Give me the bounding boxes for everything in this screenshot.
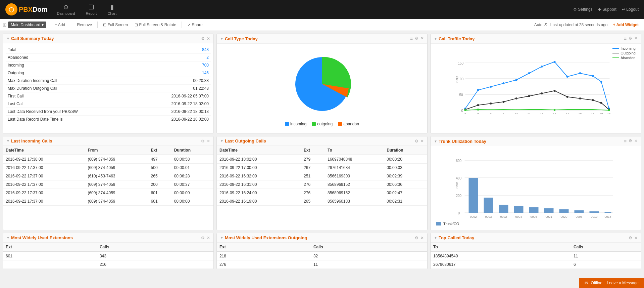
- last-outgoing-close-icon[interactable]: ✕: [420, 139, 424, 143]
- svg-text:9: 9: [503, 113, 504, 114]
- most-used-ext-out-close-icon[interactable]: ✕: [420, 236, 424, 240]
- collapse-arrow: ▼: [6, 37, 10, 40]
- summary-label: Total: [6, 46, 137, 54]
- last-outgoing-settings-icon[interactable]: ⚙: [415, 139, 418, 143]
- top-called-settings-icon[interactable]: ⚙: [629, 236, 632, 240]
- settings-link[interactable]: ⚙ Settings: [573, 7, 593, 12]
- cell-calls: 32: [311, 252, 427, 260]
- col-ext-out: Ext: [301, 146, 325, 155]
- call-traffic-title: Call Traffic Today: [439, 36, 624, 41]
- last-incoming-title: Last Incoming Calls: [11, 138, 201, 143]
- cell-to: 8568969152: [325, 189, 384, 197]
- call-traffic-close-icon[interactable]: ✕: [634, 36, 638, 41]
- svg-point-23: [541, 66, 543, 68]
- cell-duration: 00:00:00: [171, 189, 213, 197]
- toolbar-grid-icon: ⊞: [3, 22, 7, 28]
- svg-point-38: [566, 96, 568, 98]
- summary-label: Outgoing: [6, 69, 137, 77]
- summary-value[interactable]: 146: [137, 69, 211, 77]
- last-incoming-settings-icon[interactable]: ⚙: [201, 139, 205, 143]
- fullscreen-rotate-button[interactable]: ⊡ Full Screen & Rotate: [132, 21, 179, 29]
- svg-text:8: 8: [490, 113, 492, 114]
- incoming-line: [465, 62, 609, 109]
- summary-label: First Call: [6, 92, 137, 100]
- bar-0019: [590, 211, 599, 213]
- nav-chart[interactable]: ▮ Chart: [106, 1, 118, 18]
- call-summary-settings-icon[interactable]: ⚙: [201, 36, 205, 41]
- nav-chart-label: Chart: [107, 11, 116, 15]
- fullscreen-button[interactable]: ⊡ Full Screen: [100, 21, 131, 29]
- top-called-controls: ⚙ ✕: [629, 236, 638, 240]
- svg-point-35: [528, 95, 530, 97]
- remove-button[interactable]: — Remove: [69, 21, 95, 29]
- trunk-settings-icon[interactable]: ⚙: [629, 138, 632, 144]
- cell-calls: 343: [97, 252, 213, 260]
- trunk-close-icon[interactable]: ✕: [634, 138, 638, 144]
- add-widget-button[interactable]: + Add Widget: [610, 21, 641, 29]
- svg-text:200: 200: [456, 194, 462, 198]
- svg-point-41: [600, 102, 602, 104]
- dashboard-selector[interactable]: Main Dashboard ▾: [8, 22, 46, 28]
- legend-abandon-line: [612, 57, 619, 58]
- table-row: First Call2016-09-22 05:07:00: [6, 92, 211, 100]
- trunk-menu-icon[interactable]: ≡: [624, 138, 627, 144]
- top-called-close-icon[interactable]: ✕: [634, 236, 638, 240]
- nav-report[interactable]: ❑ Report: [84, 1, 98, 18]
- nav-dashboard[interactable]: ⊙ Dashboard: [56, 1, 77, 18]
- legend-incoming-text: Incoming: [621, 46, 636, 50]
- cell-duration: 00:02:47: [384, 189, 427, 197]
- call-type-header: ▼ Call Type Today ≡ ⚙ ✕: [217, 34, 427, 44]
- collapse-arrow-3: ▼: [434, 37, 437, 41]
- call-type-menu-icon[interactable]: ≡: [410, 36, 413, 41]
- svg-point-20: [503, 82, 505, 84]
- col-ext-mu: Ext: [3, 243, 97, 252]
- call-traffic-settings-icon[interactable]: ⚙: [629, 36, 632, 41]
- bar-legend-label: Trunk/CO: [443, 222, 459, 226]
- y-label-150: 150: [458, 61, 464, 65]
- last-updated-label: Last updated at 28 seconds ago: [550, 23, 608, 27]
- call-traffic-menu-icon[interactable]: ≡: [624, 36, 627, 41]
- svg-point-34: [515, 97, 517, 99]
- call-type-close-icon[interactable]: ✕: [420, 36, 424, 41]
- logout-link[interactable]: ↩ Logout: [622, 7, 639, 12]
- summary-value[interactable]: 2: [137, 54, 211, 61]
- cell-duration: 00:06:28: [171, 172, 213, 180]
- table-row: 2016-09-22 18:02:002791609704884800:00:2…: [217, 155, 427, 164]
- cell-datetime: 2016-09-22 16:31:00: [217, 180, 301, 189]
- call-summary-close-icon[interactable]: ✕: [207, 36, 210, 41]
- table-row: 2016-09-22 16:31:00276856896915200:06:36: [217, 180, 427, 189]
- svg-point-22: [528, 72, 530, 74]
- last-outgoing-header: ▼ Last Outgoing Calls ⚙ ✕: [217, 136, 427, 146]
- last-incoming-close-icon[interactable]: ✕: [207, 139, 210, 143]
- support-link[interactable]: ✚ Support: [598, 7, 616, 12]
- widget-most-used-ext: ▼ Most Widely Used Extensions ⚙ ✕ Ext Ca…: [3, 233, 214, 269]
- auto-label[interactable]: Auto ⏱: [534, 23, 548, 27]
- toolbar-sep-3: [182, 22, 182, 28]
- nav-report-label: Report: [86, 11, 97, 15]
- svg-point-43: [464, 109, 466, 111]
- summary-value[interactable]: 700: [137, 61, 211, 69]
- cell-datetime: 2016-09-22 17:37:00: [3, 197, 85, 206]
- collapse-arrow-8: ▼: [220, 236, 224, 240]
- last-outgoing-controls: ⚙ ✕: [415, 139, 424, 143]
- summary-value[interactable]: 848: [137, 46, 211, 54]
- svg-text:0022: 0022: [500, 215, 507, 218]
- most-used-ext-close-icon[interactable]: ✕: [207, 236, 210, 240]
- call-type-settings-icon[interactable]: ⚙: [415, 36, 418, 41]
- share-button[interactable]: ↗ Share: [185, 21, 205, 29]
- cell-calls: 11: [571, 252, 641, 260]
- most-used-ext-out-settings-icon[interactable]: ⚙: [415, 236, 418, 240]
- svg-text:10: 10: [514, 113, 518, 114]
- svg-text:0: 0: [458, 211, 460, 215]
- cell-to: 16097048848: [325, 155, 384, 164]
- most-used-ext-out-header: ▼ Most Widely Used Extensions Outgoing ⚙…: [217, 233, 427, 243]
- widget-call-type: ▼ Call Type Today ≡ ⚙ ✕ incoming: [216, 34, 428, 133]
- line-chart-legend: Incoming Outgoing Abandon: [612, 46, 636, 60]
- table-row: 26796806176: [431, 260, 641, 269]
- cell-duration: 00:00:20: [384, 155, 427, 164]
- trunk-header: ▼ Trunk Utilization Today ≡ ⚙ ✕: [431, 136, 641, 146]
- table-row: Last Data Record Date Time is2016-09-22 …: [6, 116, 211, 123]
- add-button[interactable]: + Add: [52, 21, 68, 29]
- col-calls-mu: Calls: [97, 243, 213, 252]
- most-used-ext-settings-icon[interactable]: ⚙: [201, 236, 205, 240]
